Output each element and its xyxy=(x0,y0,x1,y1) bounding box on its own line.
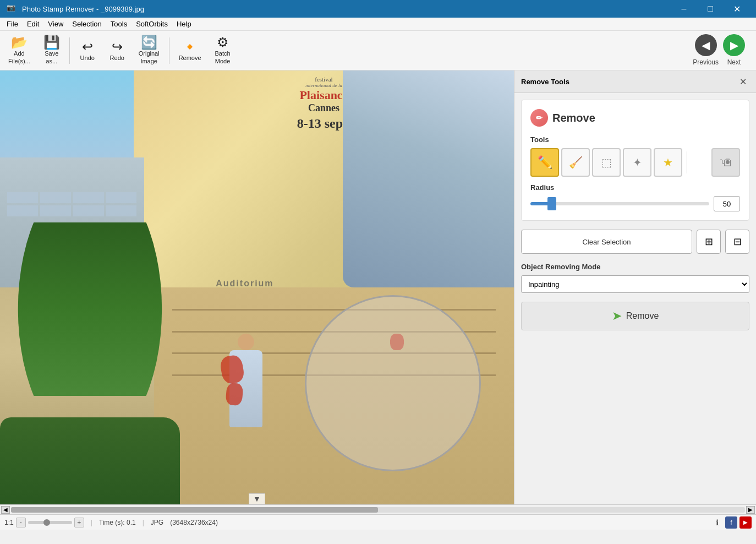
next-label: Next xyxy=(727,58,741,66)
redo-label: Redo xyxy=(110,55,124,61)
remove-button-toolbar[interactable]: 🔸 Remove xyxy=(173,33,207,68)
undo-icon: ↩ xyxy=(82,40,93,53)
paint-mark-3 xyxy=(390,334,404,350)
info-icon-button[interactable]: ℹ xyxy=(711,516,723,529)
status-icons: ℹ f ▶ xyxy=(711,516,752,529)
app-icon: 📷 xyxy=(7,3,18,14)
status-bar: 1:1 - + | Time (s): 0.1 | JPG (3648x2736… xyxy=(0,514,756,530)
original-image-label: OriginalImage xyxy=(139,50,160,64)
original-image-button[interactable]: 🔄 OriginalImage xyxy=(133,33,166,68)
select-expand-button[interactable]: ⊞ xyxy=(697,230,721,254)
original-image-icon: 🔄 xyxy=(141,36,157,49)
zoom-out-button[interactable]: - xyxy=(16,518,26,527)
batch-mode-label: BatchMode xyxy=(215,50,231,64)
star-icon: ★ xyxy=(663,156,673,169)
batch-mode-button[interactable]: ⚙ BatchMode xyxy=(209,33,237,68)
toolbar: 📂 AddFile(s)... 💾 Saveas... ↩ Undo ↪ Red… xyxy=(0,31,756,70)
mode-label: Object Removing Mode xyxy=(521,263,749,271)
select-shrink-button[interactable]: ⊟ xyxy=(725,230,749,254)
status-time: Time (s): 0.1 xyxy=(99,519,136,526)
menu-edit[interactable]: Edit xyxy=(23,18,43,31)
save-as-button[interactable]: 💾 Saveas... xyxy=(37,33,66,68)
zoom-slider-track[interactable] xyxy=(28,521,72,524)
tools-label: Tools xyxy=(530,135,740,144)
main-area: ▲ festival international de la Plaisance… xyxy=(0,70,756,504)
window-controls: – □ ✕ xyxy=(671,0,749,18)
eraser-tool-button[interactable]: 🧹 xyxy=(561,148,590,177)
mode-section: Object Removing Mode Inpainting Blur Con… xyxy=(521,263,749,293)
previous-button[interactable]: ◀ xyxy=(695,34,717,56)
zoom-in-button[interactable]: + xyxy=(74,518,84,527)
zoom-slider-thumb xyxy=(43,519,50,526)
scroll-track[interactable] xyxy=(11,507,745,513)
remove-badge-icon: ✏ xyxy=(530,109,548,127)
scroll-thumb xyxy=(11,507,378,513)
nav-area: ◀ Previous ▶ Next xyxy=(693,34,754,66)
zoom-control: 1:1 - + xyxy=(4,518,84,527)
panel-title: Remove Tools xyxy=(521,78,736,86)
radius-row: 50 xyxy=(530,196,740,211)
mode-select[interactable]: Inpainting Blur Content-Aware Fill xyxy=(521,275,749,293)
remove-heading-text: Remove xyxy=(552,112,595,124)
stamp-tool-button[interactable]: 🖲 xyxy=(711,148,740,177)
status-dimensions: (3648x2736x24) xyxy=(170,519,218,526)
stamp-icon: 🖲 xyxy=(720,155,732,170)
rect-select-icon: ⬚ xyxy=(601,156,612,169)
tools-row: ✏️ 🧹 ⬚ ✦ ★ 🖲 xyxy=(530,148,740,177)
next-button[interactable]: ▶ xyxy=(723,34,745,56)
menu-tools[interactable]: Tools xyxy=(106,18,132,31)
panel-close-button[interactable]: ✕ xyxy=(736,75,749,88)
previous-label: Previous xyxy=(693,58,719,66)
status-sep-2: | xyxy=(143,519,144,526)
tools-separator xyxy=(687,151,687,173)
radius-label: Radius xyxy=(530,183,740,192)
eraser-icon: 🧹 xyxy=(569,156,583,169)
menu-softorbits[interactable]: SoftOrbits xyxy=(132,18,172,31)
youtube-icon-button[interactable]: ▶ xyxy=(739,516,752,529)
status-format: JPG xyxy=(151,519,163,526)
right-panel: Remove Tools ✕ ✏ Remove Tools ✏️ xyxy=(514,70,756,504)
remove-section: ✏ Remove Tools ✏️ 🧹 ⬚ ✦ xyxy=(521,100,749,221)
scroll-down-button[interactable]: ▼ xyxy=(249,493,265,504)
scroll-right-button[interactable]: ▶ xyxy=(746,506,755,514)
menu-view[interactable]: View xyxy=(43,18,68,31)
maximize-button[interactable]: □ xyxy=(698,0,723,18)
clear-selection-button[interactable]: Clear Selection xyxy=(521,230,692,254)
add-files-button[interactable]: 📂 AddFile(s)... xyxy=(2,33,36,68)
image-panel[interactable]: ▲ festival international de la Plaisance… xyxy=(0,70,514,504)
pencil-tool-button[interactable]: ✏️ xyxy=(530,148,559,177)
close-button[interactable]: ✕ xyxy=(724,0,749,18)
select-shrink-icon: ⊟ xyxy=(733,236,742,248)
magic-wand-tool-button[interactable]: ✦ xyxy=(623,148,651,177)
facebook-icon-button[interactable]: f xyxy=(725,516,737,529)
zoom-ratio: 1:1 xyxy=(4,519,14,526)
minimize-button[interactable]: – xyxy=(671,0,697,18)
panel-content: ✏ Remove Tools ✏️ 🧹 ⬚ ✦ xyxy=(514,93,756,337)
radius-slider[interactable] xyxy=(530,202,709,205)
remove-action-icon: ➤ xyxy=(612,309,622,323)
scroll-left-button[interactable]: ◀ xyxy=(1,506,10,514)
undo-button[interactable]: ↩ Undo xyxy=(73,33,102,68)
redo-button[interactable]: ↪ Redo xyxy=(103,33,132,68)
save-as-label: Saveas... xyxy=(45,50,58,64)
remove-label: Remove xyxy=(179,55,201,61)
panel-header: Remove Tools ✕ xyxy=(514,70,756,93)
remove-action-button[interactable]: ➤ Remove xyxy=(521,302,749,330)
magic-wand-icon: ✦ xyxy=(633,156,642,169)
rect-select-tool-button[interactable]: ⬚ xyxy=(592,148,621,177)
menu-selection[interactable]: Selection xyxy=(68,18,106,31)
status-sep-1: | xyxy=(91,519,92,526)
menu-bar: File Edit View Selection Tools SoftOrbit… xyxy=(0,18,756,31)
horizontal-scrollbar: ◀ ▶ xyxy=(0,504,756,514)
title-bar: 📷 Photo Stamp Remover - _9099389.jpg – □… xyxy=(0,0,756,18)
toolbar-separator-2 xyxy=(169,37,169,64)
menu-help[interactable]: Help xyxy=(172,18,196,31)
batch-mode-icon: ⚙ xyxy=(217,36,229,49)
undo-label: Undo xyxy=(80,55,95,61)
window-title: Photo Stamp Remover - _9099389.jpg xyxy=(22,5,671,13)
canvas-background: festival international de la Plaisance C… xyxy=(0,70,514,504)
menu-file[interactable]: File xyxy=(2,18,23,31)
remove-action-label: Remove xyxy=(626,311,659,321)
star-tool-button[interactable]: ★ xyxy=(654,148,682,177)
add-files-icon: 📂 xyxy=(11,36,28,49)
